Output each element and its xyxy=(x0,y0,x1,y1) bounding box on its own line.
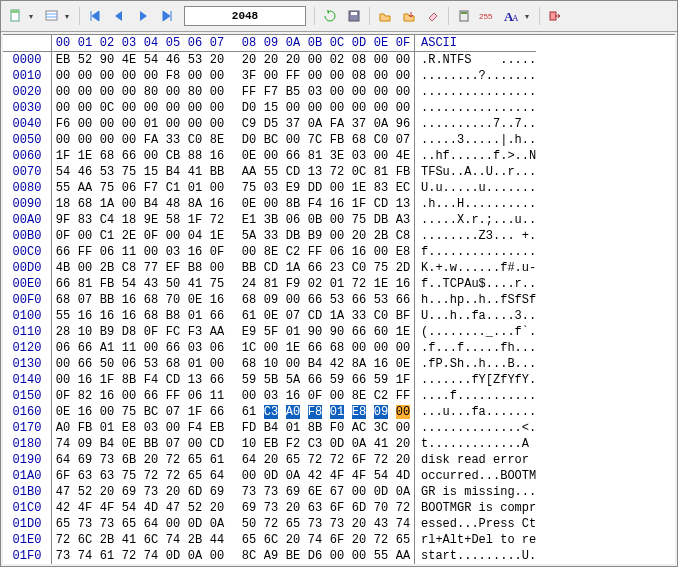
hex-cell[interactable]: 00 xyxy=(118,132,140,148)
hex-cell[interactable]: 00 xyxy=(326,68,348,84)
hex-cell[interactable]: 88 xyxy=(184,148,206,164)
hex-cell[interactable]: FC xyxy=(162,324,184,340)
hex-cell[interactable]: 23 xyxy=(326,260,348,276)
hex-cell[interactable]: 0E xyxy=(392,356,415,372)
hex-cell[interactable]: 80 xyxy=(184,84,206,100)
hex-row[interactable]: 014000161F8BF4CD1366595B5A665966591F....… xyxy=(3,372,536,388)
list-dropdown-icon[interactable] xyxy=(41,5,63,27)
hex-cell[interactable]: 68 xyxy=(238,292,260,308)
hex-cell[interactable]: 1F xyxy=(184,404,206,420)
hex-cell[interactable]: 00 xyxy=(162,516,184,532)
hex-cell[interactable]: 00 xyxy=(326,228,348,244)
hex-cell[interactable]: 33 xyxy=(260,228,282,244)
hex-cell[interactable]: C2 xyxy=(370,388,392,404)
hex-cell[interactable]: 0E xyxy=(52,404,75,420)
hex-cell[interactable]: 73 xyxy=(260,484,282,500)
hex-cell[interactable]: 20 xyxy=(260,52,282,69)
hex-cell[interactable]: E8 xyxy=(348,404,370,420)
ascii-cell[interactable]: BOOTMGR is compr xyxy=(415,500,537,516)
hex-cell[interactable]: 2D xyxy=(392,260,415,276)
hex-cell[interactable]: 2B xyxy=(370,228,392,244)
hex-cell[interactable]: 55 xyxy=(260,164,282,180)
hex-cell[interactable]: 43 xyxy=(140,276,162,292)
hex-cell[interactable]: 82 xyxy=(74,388,96,404)
hex-cell[interactable]: 8B xyxy=(282,196,304,212)
hex-cell[interactable]: 00 xyxy=(370,148,392,164)
hex-cell[interactable]: 47 xyxy=(52,484,75,500)
hex-cell[interactable]: 66 xyxy=(348,372,370,388)
hex-cell[interactable]: 69 xyxy=(238,500,260,516)
hex-cell[interactable]: 61 xyxy=(238,404,260,420)
hex-row[interactable]: 01600E160075BC071F6661C3A0F801E80900...u… xyxy=(3,404,536,420)
hex-cell[interactable]: 16 xyxy=(96,308,118,324)
ascii-cell[interactable]: .......fY[ZfYfY. xyxy=(415,372,537,388)
hex-cell[interactable]: 13 xyxy=(184,372,206,388)
hex-cell[interactable]: 20 xyxy=(348,532,370,548)
hex-row[interactable]: 00705446537515B441BBAA55CD13720C81FBTFSu… xyxy=(3,164,536,180)
hex-cell[interactable]: 00 xyxy=(118,196,140,212)
hex-cell[interactable]: 00 xyxy=(162,116,184,132)
hex-cell[interactable]: 61 xyxy=(238,308,260,324)
hex-cell[interactable]: 54 xyxy=(118,500,140,516)
hex-cell[interactable]: 0F xyxy=(140,324,162,340)
hex-cell[interactable]: 3E xyxy=(326,148,348,164)
hex-cell[interactable]: 00 xyxy=(52,100,75,116)
ascii-cell[interactable]: f............... xyxy=(415,244,537,260)
hex-cell[interactable]: 0A xyxy=(282,468,304,484)
hex-cell[interactable]: 68 xyxy=(74,196,96,212)
hex-cell[interactable]: 00 xyxy=(74,100,96,116)
hex-cell[interactable]: 72 xyxy=(140,468,162,484)
hex-cell[interactable]: 65 xyxy=(238,532,260,548)
hex-cell[interactable]: 00 xyxy=(348,84,370,100)
hex-cell[interactable]: 41 xyxy=(184,164,206,180)
hex-cell[interactable]: 73 xyxy=(304,516,326,532)
hex-cell[interactable]: 54 xyxy=(370,468,392,484)
hex-cell[interactable]: CD xyxy=(162,372,184,388)
hex-cell[interactable]: 00 xyxy=(118,84,140,100)
hex-cell[interactable]: 68 xyxy=(52,292,75,308)
hex-cell[interactable]: 41 xyxy=(184,276,206,292)
hex-cell[interactable]: 42 xyxy=(52,500,75,516)
hex-cell[interactable]: B4 xyxy=(140,196,162,212)
hex-row[interactable]: 0000EB52904E544653202020200002080000.R.N… xyxy=(3,52,536,69)
hex-cell[interactable]: D0 xyxy=(238,132,260,148)
hex-cell[interactable]: 50 xyxy=(96,356,118,372)
hex-cell[interactable]: 00 xyxy=(282,292,304,308)
hex-cell[interactable]: 08 xyxy=(348,52,370,69)
hex-cell[interactable]: C3 xyxy=(304,436,326,452)
hex-cell[interactable]: 00 xyxy=(52,372,75,388)
hex-cell[interactable]: 2B xyxy=(184,532,206,548)
hex-cell[interactable]: 73 xyxy=(238,484,260,500)
hex-cell[interactable]: 83 xyxy=(74,212,96,228)
hex-cell[interactable]: 00 xyxy=(304,52,326,69)
hex-cell[interactable]: 46 xyxy=(162,52,184,69)
hex-cell[interactable]: 4F xyxy=(326,468,348,484)
hex-cell[interactable]: 66 xyxy=(304,340,326,356)
hex-cell[interactable]: 13 xyxy=(304,164,326,180)
hex-cell[interactable]: 00 xyxy=(74,68,96,84)
hex-cell[interactable]: B9 xyxy=(304,228,326,244)
hex-cell[interactable]: 47 xyxy=(162,500,184,516)
hex-cell[interactable]: 59 xyxy=(326,372,348,388)
hex-cell[interactable]: 5A xyxy=(282,372,304,388)
hex-cell[interactable]: FF xyxy=(282,68,304,84)
hex-cell[interactable]: 6C xyxy=(260,532,282,548)
hex-cell[interactable]: 00 xyxy=(140,100,162,116)
hex-cell[interactable]: B9 xyxy=(96,324,118,340)
hex-cell[interactable]: 20 xyxy=(96,484,118,500)
ascii-cell[interactable]: U.u.....u....... xyxy=(415,180,537,196)
hex-cell[interactable]: 00 xyxy=(162,100,184,116)
hex-cell[interactable]: 00 xyxy=(370,340,392,356)
hex-cell[interactable]: 00 xyxy=(282,356,304,372)
hex-cell[interactable]: F6 xyxy=(52,116,75,132)
hex-cell[interactable]: 0F xyxy=(206,244,228,260)
hex-cell[interactable]: F7 xyxy=(260,84,282,100)
hex-cell[interactable]: A9 xyxy=(260,548,282,564)
hex-cell[interactable]: 00 xyxy=(206,84,228,100)
ascii-cell[interactable]: ..........7..7.. xyxy=(415,116,537,132)
hex-cell[interactable]: 66 xyxy=(52,276,75,292)
hex-cell[interactable]: 06 xyxy=(96,244,118,260)
hex-cell[interactable]: 61 xyxy=(96,548,118,564)
ascii-cell[interactable]: .....3.....|.h.. xyxy=(415,132,537,148)
hex-cell[interactable]: 55 xyxy=(52,308,75,324)
